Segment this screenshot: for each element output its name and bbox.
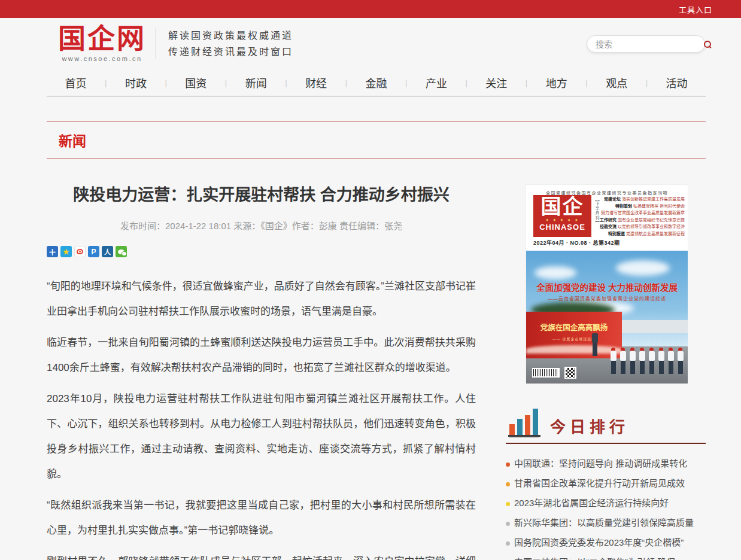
nav-item-soe[interactable]: 国资 bbox=[167, 75, 225, 90]
ranking-item[interactable]: 甘肃省国企改革深化提升行动开新局见成效 bbox=[506, 473, 706, 493]
site-header: 国企网 www.cnsoe.com.cn 解读国资政策最权威通道 传递财经资讯最… bbox=[0, 18, 741, 69]
person-figure bbox=[628, 348, 636, 374]
paragraph: 临近春节，一批来自旬阳蜀河镇的土蜂蜜顺利送达陕投电力运营员工手中。此次消费帮扶共… bbox=[47, 330, 476, 381]
weibo-glyph bbox=[77, 249, 83, 254]
qr-code bbox=[564, 367, 576, 379]
top-utility-bar: 工具入口 bbox=[0, 0, 741, 18]
nav-item-finance[interactable]: 财经 bbox=[287, 75, 345, 90]
nav-item-opinion[interactable]: 观点 bbox=[588, 75, 646, 90]
person-figure bbox=[609, 348, 617, 374]
site-logo[interactable]: 国企网 www.cnsoe.com.cn bbox=[58, 25, 146, 62]
crowd bbox=[609, 348, 684, 374]
feature-line: 经验交流以党的领导引领改革事业和数字经济高质量发展 bbox=[600, 223, 685, 230]
tagline-2: 传递财经资讯最及时窗口 bbox=[168, 44, 293, 60]
rank-bullet-3 bbox=[506, 502, 510, 506]
barcode bbox=[532, 368, 560, 378]
rank-bullet-4 bbox=[506, 522, 510, 526]
article-title: 陕投电力运营：扎实开展驻村帮扶 合力推动乡村振兴 bbox=[47, 184, 476, 206]
paragraph: “既然组织派我来当第一书记，我就要把这里当成自己家，把村里的大小事和村民所想所需… bbox=[47, 493, 476, 543]
magazine-feature-list: 党建论坛落实创新推进党建工作高质量发展 特别策划弘扬建党精神 担当时代使命 努力… bbox=[600, 196, 685, 237]
rank-bullet-1 bbox=[506, 462, 510, 467]
person-figure bbox=[648, 348, 655, 374]
nav-item-news[interactable]: 新闻 bbox=[227, 75, 285, 90]
header-divider bbox=[156, 28, 156, 59]
wechat-glyph bbox=[118, 249, 124, 254]
magazine-cover[interactable]: 全国党建研究会国有企业党建研究专业委员会指定刊物 国企 ★ ★ ★ ★ ★ CH… bbox=[526, 184, 688, 384]
main-content: 陕投电力运营：扎实开展驻村帮扶 合力推动乡村振兴 发布时间：2024-1-22 … bbox=[47, 184, 706, 560]
person-figure bbox=[667, 348, 675, 374]
today-ranking: 今日排行 中国联通：坚持问题导向 推动调研成果转化 甘肃省国企改革深化提升行动开… bbox=[506, 410, 706, 560]
person-figure bbox=[657, 348, 665, 374]
cloud-shape bbox=[535, 266, 576, 279]
search-input[interactable] bbox=[587, 39, 704, 49]
renren-icon[interactable]: 人 bbox=[102, 246, 113, 257]
article-meta: 发布时间：2024-1-22 18:01 来源：《国企》作者：彭康 责任编辑：张… bbox=[47, 219, 476, 232]
stage-slogan: 党旗在国企高高飘扬 bbox=[526, 321, 622, 333]
tagline-1: 解读国资政策最权威通道 bbox=[168, 28, 293, 44]
feature-line: 工作研究国有企业基层党组织书记先锋意识提升的实现途径 bbox=[600, 217, 685, 224]
cover-photo: 全面加强党的建设 大力推动创新发展 ——云南省国资委党委加强省属企业党的建设综述… bbox=[526, 251, 688, 384]
nav-item-focus[interactable]: 关注 bbox=[467, 75, 526, 90]
tools-entry-link[interactable]: 工具入口 bbox=[679, 4, 712, 15]
stage-subtitle: —— 省属企业党建巡礼 bbox=[526, 336, 622, 342]
share-more-icon[interactable]: ＋ bbox=[47, 246, 58, 257]
cover-slogan: 全面加强党的建设 大力推动创新发展 bbox=[526, 281, 688, 293]
building-shape bbox=[616, 320, 688, 333]
person-figure bbox=[638, 348, 646, 374]
paragraph: 刚到村里不久，郭晓锋就带领工作队成员与社区干部一起忙活起来，深入农户家中拉家常，… bbox=[47, 549, 476, 560]
section-header: 新闻 bbox=[47, 121, 706, 159]
weibo-icon[interactable] bbox=[74, 246, 86, 257]
feature-line: 特别策划弘扬建党精神 担当时代使命 bbox=[600, 203, 685, 210]
ranking-item[interactable]: 新兴际华集团：以高质量党建引领保障高质量 bbox=[506, 513, 706, 532]
person-figure bbox=[619, 348, 627, 374]
qzone-icon[interactable]: ★ bbox=[60, 246, 72, 257]
magazine-issue: 2022年04月 · NO.08 · 总第342期 bbox=[533, 239, 620, 246]
ranking-item[interactable]: 中国联通：坚持问题导向 推动调研成果转化 bbox=[506, 454, 706, 473]
cloud-shape bbox=[616, 260, 670, 276]
tieba-icon[interactable]: P bbox=[88, 246, 99, 257]
logo-url: www.cnsoe.com.cn bbox=[58, 55, 146, 62]
person-figure bbox=[676, 348, 684, 374]
speaker-figure bbox=[591, 333, 599, 356]
ranking-header: 今日排行 bbox=[506, 410, 706, 444]
main-nav: 首页| 时政| 国资| 新闻| 财经| 金融| 产业| 关注| 地方| 观点| … bbox=[47, 69, 706, 97]
nav-item-politics[interactable]: 时政 bbox=[107, 75, 165, 90]
ranking-item[interactable]: 国务院国资委党委发布2023年度“央企楷模” bbox=[506, 532, 706, 552]
nav-item-events[interactable]: 活动 bbox=[648, 75, 706, 90]
nav-item-home[interactable]: 首页 bbox=[47, 75, 105, 90]
wechat-icon[interactable] bbox=[116, 246, 127, 257]
stage-wave bbox=[526, 345, 622, 354]
search-box bbox=[587, 35, 705, 53]
search-icon[interactable] bbox=[704, 41, 711, 48]
nav-item-local[interactable]: 地方 bbox=[527, 75, 585, 90]
nav-item-banking[interactable]: 金融 bbox=[347, 75, 405, 90]
ranking-list: 中国联通：坚持问题导向 推动调研成果转化 甘肃省国企改革深化提升行动开新局见成效… bbox=[506, 454, 706, 560]
cover-subtitle: ——云南省国资委党委加强省属企业党的建设综述 bbox=[526, 295, 688, 302]
bar-chart-icon bbox=[508, 410, 540, 437]
ranking-item[interactable]: 2023年湖北省属国企经济运行持续向好 bbox=[506, 493, 706, 513]
paragraph: “旬阳的地理环境和气候条件，很适宜做蜂蜜产业，品质好了自然会有顾客。”兰滩社区支… bbox=[47, 274, 476, 324]
site-taglines: 解读国资政策最权威通道 传递财经资讯最及时窗口 bbox=[168, 28, 293, 60]
magazine-edition: 【下半月刊】 bbox=[594, 197, 600, 226]
paragraph: 2023年10月，陕投电力运营驻村帮扶工作队进驻旬阳市蜀河镇兰滩社区开展帮扶工作… bbox=[47, 386, 476, 487]
ranking-title: 今日排行 bbox=[550, 415, 629, 437]
sidebar: 全国党建研究会国有企业党建研究专业委员会指定刊物 国企 ★ ★ ★ ★ ★ CH… bbox=[506, 184, 706, 560]
article-body: “旬阳的地理环境和气候条件，很适宜做蜂蜜产业，品质好了自然会有顾客。”兰滩社区支… bbox=[47, 274, 476, 560]
rank-bullet-5 bbox=[506, 541, 510, 546]
logo-text: 国企网 bbox=[58, 25, 146, 53]
ranking-item[interactable]: 中国三峡集团：以“三个聚焦”为引领 确保 bbox=[506, 552, 706, 560]
feature-line: 党建论坛落实创新推进党建工作高质量发展 bbox=[600, 196, 685, 203]
section-title: 新闻 bbox=[59, 133, 86, 149]
rank-bullet-2 bbox=[506, 482, 510, 486]
article-column: 陕投电力运营：扎实开展驻村帮扶 合力推动乡村振兴 发布时间：2024-1-22 … bbox=[47, 184, 476, 560]
share-bar: ＋ ★ P 人 bbox=[47, 246, 476, 257]
magazine-logo: 国企 ★ ★ ★ ★ ★ CHINASOE bbox=[533, 195, 591, 237]
magazine-logo-stars: ★ ★ ★ ★ ★ bbox=[533, 218, 591, 223]
magazine-logo-en: CHINASOE bbox=[533, 223, 591, 232]
feature-line: 特别报道党建领航企业高质量发展新征程 bbox=[600, 230, 685, 238]
feature-line: 努力谱写甘肃国企改革事业高质量发展新篇章 bbox=[600, 209, 685, 217]
magazine-logo-cn: 国企 bbox=[533, 196, 591, 218]
nav-item-industry[interactable]: 产业 bbox=[407, 75, 465, 90]
